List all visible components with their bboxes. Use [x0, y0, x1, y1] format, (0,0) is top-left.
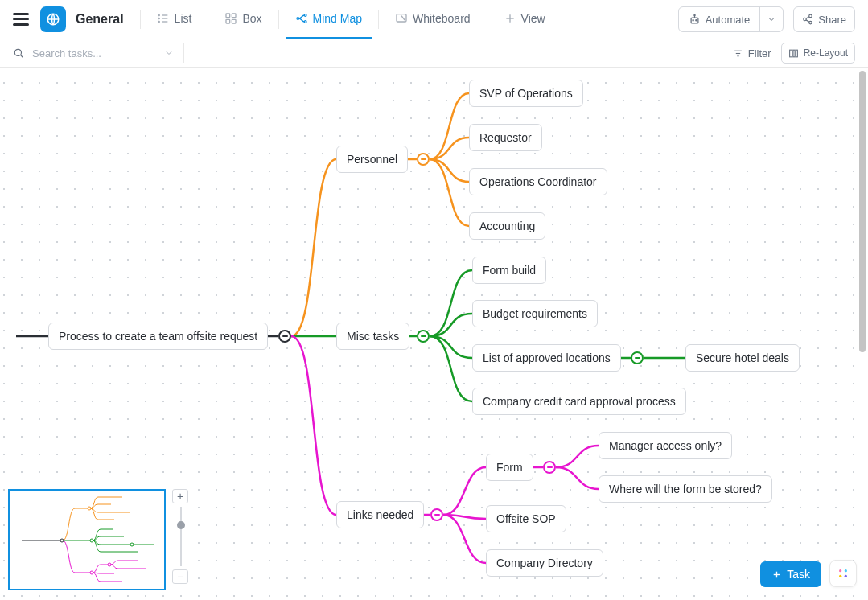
- vertical-scrollbar[interactable]: [857, 68, 868, 600]
- node-requestor[interactable]: Requestor: [469, 124, 542, 151]
- svg-point-35: [60, 539, 64, 542]
- relayout-icon: [788, 48, 799, 59]
- automate-label: Automate: [706, 14, 751, 26]
- svg-rect-8: [232, 14, 237, 18]
- mindmap-canvas[interactable]: Process to create a team offsite request…: [0, 68, 868, 600]
- tab-mindmap[interactable]: Mind Map: [286, 0, 372, 39]
- node-personnel[interactable]: Personnel: [336, 146, 408, 173]
- node-label: Operations Coordinator: [479, 175, 597, 188]
- svg-rect-9: [226, 19, 230, 23]
- svg-point-43: [839, 569, 841, 572]
- chevron-down-icon: [767, 14, 776, 24]
- tab-whiteboard[interactable]: Whiteboard: [385, 0, 480, 39]
- node-toggle-locations[interactable]: [631, 351, 644, 364]
- node-form-build[interactable]: Form build: [472, 257, 546, 284]
- top-toolbar: General List Box Mind Map Whiteboard Vie…: [0, 0, 868, 39]
- new-task-button[interactable]: Task: [760, 561, 821, 587]
- node-secure-hotel-deals[interactable]: Secure hotel deals: [685, 344, 800, 372]
- svg-rect-14: [397, 14, 406, 22]
- node-accounting[interactable]: Accounting: [469, 212, 545, 240]
- relayout-label: Re-Layout: [804, 47, 848, 59]
- node-misc-tasks[interactable]: Misc tasks: [336, 323, 409, 350]
- node-label: Company credit card approval process: [483, 395, 676, 408]
- automate-dropdown[interactable]: [759, 7, 783, 31]
- tab-box-label: Box: [242, 12, 261, 25]
- svg-point-1: [158, 14, 159, 15]
- node-company-directory[interactable]: Company Directory: [486, 549, 603, 577]
- svg-point-24: [809, 21, 812, 24]
- relayout-button[interactable]: Re-Layout: [781, 43, 855, 64]
- node-toggle-links[interactable]: [430, 508, 443, 521]
- svg-point-46: [845, 575, 847, 577]
- robot-icon: [689, 14, 701, 26]
- tab-add-view[interactable]: View: [494, 0, 555, 39]
- filter-label: Filter: [748, 47, 771, 60]
- svg-point-3: [158, 21, 159, 22]
- tab-whiteboard-label: Whiteboard: [413, 12, 471, 25]
- node-approved-locations[interactable]: List of approved locations: [472, 344, 621, 372]
- node-root[interactable]: Process to create a team offsite request: [48, 323, 268, 350]
- node-form-storage[interactable]: Where will the form be stored?: [599, 475, 772, 503]
- svg-point-19: [695, 19, 696, 20]
- tab-box[interactable]: Box: [215, 0, 271, 39]
- tab-list[interactable]: List: [147, 0, 202, 39]
- node-label: List of approved locations: [483, 351, 611, 364]
- svg-point-12: [304, 14, 306, 17]
- scrollbar-thumb[interactable]: [859, 71, 866, 352]
- space-logo[interactable]: [40, 6, 66, 32]
- zoom-out-button[interactable]: −: [172, 569, 188, 584]
- hamburger-menu-icon[interactable]: [13, 13, 29, 26]
- search-input[interactable]: [31, 47, 143, 60]
- subbar-divider: [183, 43, 184, 63]
- plus-icon: [771, 569, 782, 580]
- node-links-needed[interactable]: Links needed: [336, 501, 424, 528]
- space-title[interactable]: General: [76, 12, 124, 27]
- tab-mindmap-label: Mind Map: [313, 12, 362, 25]
- svg-point-22: [809, 14, 812, 18]
- node-toggle-personnel[interactable]: [417, 153, 430, 166]
- chevron-down-icon[interactable]: [164, 48, 174, 58]
- svg-point-40: [108, 563, 111, 566]
- svg-rect-32: [789, 50, 792, 57]
- node-manager-access[interactable]: Manager access only?: [599, 432, 732, 459]
- node-label: Form build: [483, 264, 536, 277]
- svg-point-45: [839, 575, 841, 577]
- node-label: Where will the form be stored?: [609, 483, 762, 495]
- node-operations-coordinator[interactable]: Operations Coordinator: [469, 168, 607, 195]
- apps-button[interactable]: [829, 560, 857, 587]
- node-label: Manager access only?: [609, 439, 722, 452]
- globe-icon: [46, 12, 60, 27]
- node-label: Personnel: [347, 153, 397, 166]
- node-label: Company Directory: [496, 557, 593, 569]
- node-toggle-root[interactable]: [278, 330, 291, 343]
- svg-point-37: [90, 539, 93, 542]
- node-budget-requirements[interactable]: Budget requirements: [472, 300, 598, 327]
- zoom-slider[interactable]: [172, 503, 190, 569]
- share-label: Share: [818, 14, 846, 26]
- share-button[interactable]: Share: [793, 6, 855, 32]
- box-icon: [224, 12, 237, 25]
- filter-icon: [733, 48, 743, 59]
- svg-point-44: [845, 569, 847, 572]
- node-offsite-sop[interactable]: Offsite SOP: [486, 505, 566, 532]
- search-box[interactable]: [13, 47, 174, 60]
- zoom-handle[interactable]: [177, 521, 185, 529]
- node-svp-operations[interactable]: SVP of Operations: [469, 80, 583, 107]
- svg-line-26: [806, 20, 809, 22]
- node-label: Offsite SOP: [496, 512, 556, 525]
- filter-button[interactable]: Filter: [733, 47, 771, 60]
- node-form[interactable]: Form: [486, 454, 533, 481]
- node-credit-card-approval[interactable]: Company credit card approval process: [472, 388, 686, 415]
- svg-point-2: [158, 18, 159, 18]
- node-label: Links needed: [347, 508, 413, 521]
- minimap[interactable]: [8, 489, 166, 590]
- svg-point-36: [88, 507, 91, 510]
- node-toggle-form[interactable]: [543, 461, 556, 474]
- svg-point-11: [297, 18, 299, 20]
- minimap-graphic: [10, 491, 167, 592]
- tab-view-label: View: [521, 12, 545, 25]
- zoom-in-button[interactable]: +: [172, 489, 188, 503]
- toolbar-divider: [378, 10, 379, 29]
- automate-button[interactable]: Automate: [679, 14, 760, 26]
- node-toggle-misc[interactable]: [417, 330, 430, 343]
